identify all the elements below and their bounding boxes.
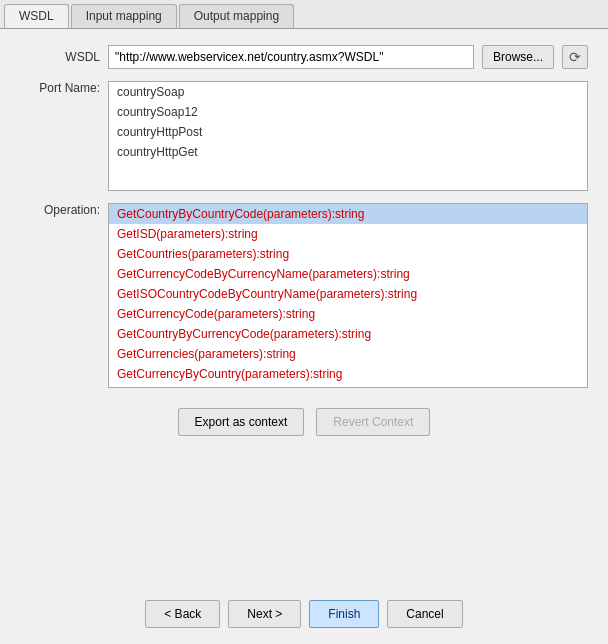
list-item[interactable]: GetISOCountryCodeByCountryName(parameter… (109, 284, 587, 304)
list-item[interactable]: countryHttpPost (109, 122, 587, 142)
list-item[interactable]: GetCurrencyCodeByCurrencyName(parameters… (109, 264, 587, 284)
list-item[interactable]: GetCountries(parameters):string (109, 244, 587, 264)
bottom-nav-bar: < Back Next > Finish Cancel (0, 590, 608, 644)
list-item[interactable]: GetCountryByCurrencyCode(parameters):str… (109, 324, 587, 344)
list-item[interactable]: countryHttpGet (109, 142, 587, 162)
operation-list[interactable]: GetCountryByCountryCode(parameters):stri… (108, 203, 588, 388)
browse-button[interactable]: Browse... (482, 45, 554, 69)
list-item[interactable]: GetCountryByCountryCode(parameters):stri… (109, 204, 587, 224)
wsdl-input[interactable] (108, 45, 474, 69)
tab-input-mapping[interactable]: Input mapping (71, 4, 177, 28)
content-area: WSDL Browse... ⟳ Port Name: countrySoap … (0, 29, 608, 590)
list-item[interactable]: GetCurrencyCode(parameters):string (109, 304, 587, 324)
refresh-button[interactable]: ⟳ (562, 45, 588, 69)
operation-section: Operation: GetCountryByCountryCode(param… (20, 203, 588, 388)
list-item[interactable]: GetCurrencyByCountry(parameters):string (109, 364, 587, 384)
list-item[interactable]: GetGMTbyCountry(parameters):string (109, 384, 587, 388)
back-button[interactable]: < Back (145, 600, 220, 628)
list-item[interactable]: countrySoap (109, 82, 587, 102)
next-button[interactable]: Next > (228, 600, 301, 628)
port-name-label: Port Name: (20, 81, 100, 95)
list-item[interactable]: GetCurrencies(parameters):string (109, 344, 587, 364)
tab-wsdl[interactable]: WSDL (4, 4, 69, 28)
port-name-section: Port Name: countrySoap countrySoap12 cou… (20, 81, 588, 191)
tab-output-mapping[interactable]: Output mapping (179, 4, 294, 28)
finish-button[interactable]: Finish (309, 600, 379, 628)
cancel-button[interactable]: Cancel (387, 600, 462, 628)
list-item[interactable]: countrySoap12 (109, 102, 587, 122)
port-name-list[interactable]: countrySoap countrySoap12 countryHttpPos… (108, 81, 588, 191)
wsdl-label: WSDL (20, 50, 100, 64)
list-item[interactable]: GetISD(parameters):string (109, 224, 587, 244)
context-buttons-row: Export as context Revert Context (20, 408, 588, 436)
dialog: WSDL Input mapping Output mapping WSDL B… (0, 0, 608, 644)
wsdl-row: WSDL Browse... ⟳ (20, 45, 588, 69)
tab-bar: WSDL Input mapping Output mapping (0, 0, 608, 29)
export-context-button[interactable]: Export as context (178, 408, 305, 436)
refresh-icon: ⟳ (569, 49, 581, 65)
operation-label: Operation: (20, 203, 100, 217)
revert-context-button[interactable]: Revert Context (316, 408, 430, 436)
